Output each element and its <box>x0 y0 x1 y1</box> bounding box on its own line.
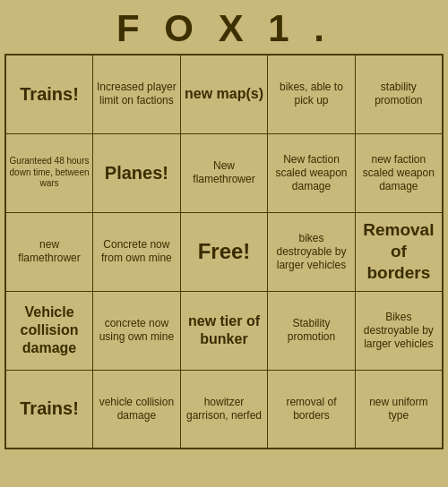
cell-r3-c1: concrete now using own mine <box>93 291 181 370</box>
cell-r2-c4: Removal of borders <box>355 212 443 291</box>
cell-r2-c0: new flamethrower <box>5 212 93 291</box>
cell-r0-c0: Trains! <box>5 55 93 133</box>
cell-r3-c3: Stability promotion <box>268 291 355 370</box>
cell-r0-c1: Increased player limit on factions <box>93 55 181 133</box>
cell-r4-c2: howitzer garrison, nerfed <box>180 370 268 449</box>
cell-r4-c0: Trains! <box>5 370 93 449</box>
cell-r3-c2: new tier of bunker <box>180 291 268 370</box>
bingo-table: Trains!Increased player limit on faction… <box>4 54 444 449</box>
cell-r4-c3: removal of borders <box>268 370 355 449</box>
cell-r3-c0: Vehicle collision damage <box>5 291 93 370</box>
cell-r2-c1: Concrete now from own mine <box>93 212 181 291</box>
cell-r4-c1: vehicle collision damage <box>93 370 181 449</box>
cell-r2-c2: Free! <box>180 212 268 291</box>
cell-r1-c3: New faction scaled weapon damage <box>268 133 355 212</box>
cell-r0-c2: new map(s) <box>180 55 268 133</box>
cell-r0-c4: stability promotion <box>355 55 443 133</box>
cell-r1-c2: New flamethrower <box>180 133 268 212</box>
cell-r1-c0: Guranteed 48 hours down time, between wa… <box>5 133 93 212</box>
cell-r1-c1: Planes! <box>93 133 181 212</box>
cell-r0-c3: bikes, able to pick up <box>268 55 355 133</box>
cell-r4-c4: new uniform type <box>355 370 443 449</box>
cell-r2-c3: bikes destroyable by larger vehicles <box>268 212 355 291</box>
cell-r3-c4: Bikes destroyable by larger vehicles <box>355 291 443 370</box>
cell-r1-c4: new faction scaled weapon damage <box>355 133 443 212</box>
bingo-title: F O X 1 . <box>0 0 448 54</box>
